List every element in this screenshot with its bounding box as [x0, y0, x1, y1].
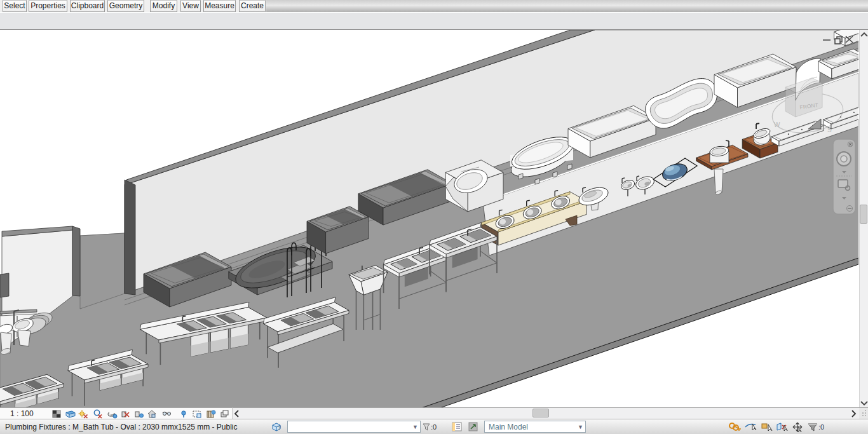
svg-text::0: :0: [818, 423, 824, 431]
svg-text:?: ?: [278, 424, 281, 431]
svg-text:S: S: [827, 126, 832, 133]
svg-text::0: :0: [431, 423, 437, 431]
svg-text:W: W: [774, 121, 780, 128]
